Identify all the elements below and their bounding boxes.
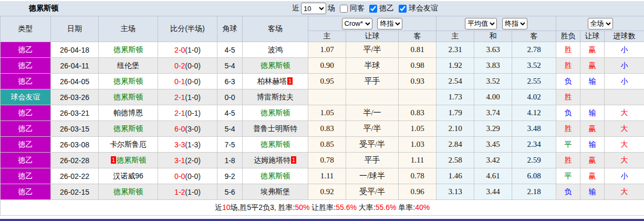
period-select[interactable]: 全场 — [588, 18, 613, 29]
summary-stat-value: 50% — [295, 203, 309, 212]
league-checkbox[interactable] — [369, 5, 377, 13]
handicap-result-cell: 赢 — [580, 121, 605, 137]
goals-result-cell: 大 — [605, 121, 644, 137]
col-odds-away: 客 — [399, 31, 437, 42]
col-date: 日期 — [51, 16, 99, 42]
match-history-panel: 德累斯顿 近 10 场 同客 德乙 球会友谊 类型 日期 — [0, 1, 644, 221]
col-score: 比分(半场) — [158, 16, 217, 42]
fulltime-score: 6-0 — [174, 125, 185, 133]
avg-away-cell: 6.08 — [512, 168, 556, 184]
match-type-cell: 德乙 — [1, 105, 51, 121]
odds-handicap-cell: 平手 — [346, 74, 399, 89]
home-team-cell: 德累斯顿 — [99, 42, 158, 58]
odds-home-cell — [308, 89, 346, 105]
avg-away-cell: 2.78 — [512, 42, 556, 58]
fulltime-score: 2-0 — [174, 46, 185, 54]
away-team-cell: 德累斯顿 — [243, 58, 308, 74]
goals-result-cell: 小 — [605, 168, 644, 184]
goals-result-cell: 小 — [605, 58, 644, 74]
odds-handicap-cell: 一/球半 — [346, 168, 399, 184]
col-away: 客场 — [243, 16, 308, 42]
avg-home-cell: 1.92 — [437, 58, 474, 74]
same-away-checkbox[interactable] — [340, 5, 348, 13]
avg-home-cell: 1.46 — [437, 168, 474, 184]
handicap-result-cell: 输 — [580, 184, 605, 200]
recent-count-select[interactable]: 10 — [301, 3, 326, 14]
average-group-header: 平均值 终指 — [437, 16, 556, 31]
home-team-name: 卡尔斯鲁厄 — [110, 140, 147, 148]
col-home: 主场 — [99, 16, 158, 42]
odds-away-cell: 0.83 — [399, 105, 437, 121]
date-cell: 26-03-08 — [51, 137, 99, 153]
summary-stat-label: 场,胜5平2负3, 胜率: — [230, 203, 295, 212]
away-team-cell: 柏林赫塔1 — [243, 74, 308, 89]
avg-home-cell: 2.58 — [437, 153, 474, 168]
avg-away-cell: 3.52 — [512, 58, 556, 74]
away-team-cell: 波鸿 — [243, 42, 308, 58]
home-team-name: 帕德博恩 — [113, 108, 143, 117]
corner-cell: 9-2 — [217, 168, 243, 184]
fulltime-score: 0-1 — [174, 77, 185, 86]
winloss-result-cell: 胜 — [556, 89, 580, 105]
date-cell: 26-02-28 — [51, 153, 99, 168]
odds-home-cell: 0.90 — [308, 58, 346, 74]
score-cell: 0-2(0-0) — [158, 58, 217, 74]
avg-away-cell: 2.34 — [512, 137, 556, 153]
halftime-score: (0-0) — [185, 77, 201, 86]
goals-result-cell: 大 — [605, 153, 644, 168]
average-stage-select[interactable]: 终指 — [502, 18, 527, 29]
header-row-groups: 类型 日期 主场 比分(半场) 角球 客场 Crow* 终指 平均值 终指 全场 — [1, 16, 644, 31]
odds-group-header: Crow* 终指 — [308, 16, 437, 31]
home-team-name: 汉诺威96 — [113, 172, 143, 180]
home-team-cell: 1德累斯顿 — [99, 153, 158, 168]
table-row: 德乙26-03-15德累斯顿6-0(3-0)5-4普鲁士明斯特0.83平/半1.… — [1, 121, 644, 137]
away-team-cell: 达姆施塔特1 — [243, 153, 308, 168]
away-team-name: 普鲁士明斯特 — [253, 124, 297, 133]
summary-stat-value: 55.6% — [336, 203, 357, 212]
avg-home-cell: 3.13 — [437, 184, 474, 200]
away-team-name: 博雷斯拉夫 — [257, 93, 294, 101]
away-team-cell: 博雷斯拉夫 — [243, 89, 308, 105]
page-title: 德累斯顿 — [29, 4, 58, 13]
winloss-result-cell: 胜 — [556, 121, 580, 137]
match-type-cell: 德乙 — [1, 74, 51, 89]
odds-home-cell: 1.05 — [308, 105, 346, 121]
table-row: 德乙26-02-22汉诺威960-0(0-0)9-2德累斯顿1.11一/球半0.… — [1, 168, 644, 184]
col-corner: 角球 — [217, 16, 243, 42]
odds-away-cell: 0.96 — [399, 184, 437, 200]
odds-handicap-cell: 平/半 — [346, 42, 399, 58]
friendly-checkbox[interactable] — [399, 5, 407, 13]
odds-away-cell: 1.03 — [399, 137, 437, 153]
avg-home-cell: 2.84 — [437, 137, 474, 153]
summary-stat-value: 55.6% — [376, 203, 397, 212]
avg-home-cell: 1.79 — [437, 105, 474, 121]
summary-stat-value: 10 — [222, 203, 231, 212]
halftime-score: (0-0) — [185, 62, 201, 70]
score-cell: 0-0(0-0) — [158, 168, 217, 184]
odds-handicap-cell: 受平/半 — [346, 137, 399, 153]
corner-cell: 6-3 — [217, 74, 243, 89]
col-avg-home: 主 — [437, 31, 474, 42]
handicap-result-cell: 赢 — [580, 168, 605, 184]
odds-company-select[interactable]: Crow* — [342, 18, 372, 29]
avg-draw-cell: 3.83 — [474, 58, 512, 74]
col-type: 类型 — [1, 16, 51, 42]
home-team-name: 德累斯顿 — [117, 156, 146, 164]
avg-away-cell: 4.02 — [512, 89, 556, 105]
home-team-name: 德累斯顿 — [113, 77, 143, 85]
match-type-cell: 德乙 — [1, 42, 51, 58]
date-cell: 26-03-15 — [51, 121, 99, 137]
match-type-cell: 球会友谊 — [1, 89, 51, 105]
table-row: 德乙26-04-11纽伦堡0-2(0-0)5-4德累斯顿0.90半球0.981.… — [1, 58, 644, 74]
halftime-score: (2-0) — [185, 156, 201, 165]
odds-stage-select[interactable]: 终指 — [377, 18, 402, 29]
summary-text: 近10场,胜5平2负3, 胜率:50% 让胜率:55.6% 大率:55.6% 单… — [215, 203, 430, 212]
near-label: 近 — [292, 4, 299, 13]
away-team-name: 德累斯顿 — [261, 108, 290, 117]
fulltime-score: 1-2 — [174, 188, 185, 196]
goals-result-cell: 大 — [605, 184, 644, 200]
odds-away-cell: 0.98 — [399, 58, 437, 74]
avg-away-cell: 3.48 — [512, 121, 556, 137]
matches-label: 场 — [328, 4, 335, 13]
average-select[interactable]: 平均值 — [465, 18, 497, 29]
